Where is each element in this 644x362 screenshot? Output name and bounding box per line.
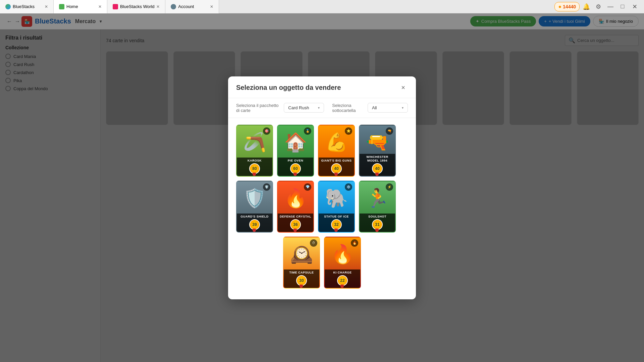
card-soulshot[interactable]: ⚡ 🏃 SOULSHOT 31	[359, 181, 396, 233]
home-tab-close[interactable]: ✕	[98, 4, 102, 9]
bluestacks-tab-close[interactable]: ✕	[45, 4, 48, 9]
card-time-capsule[interactable]: ⏱ 🕰️ TIME CAPSULE 30	[283, 237, 320, 289]
tab-home[interactable]: Home ✕	[54, 0, 107, 13]
pack-filter-select[interactable]: Card Rush ▾	[284, 103, 324, 113]
notification-button[interactable]: 🔔	[581, 1, 592, 12]
ice-name: STATUE OF ICE	[323, 215, 350, 219]
sub-filter-group: Seleziona sottocartella All ▾	[332, 103, 408, 113]
pack-filter-arrow: ▾	[318, 106, 320, 110]
cards-row-2: 🛡️ 🛡️ GUARD'S SHIELD 39 💎 🔥	[236, 181, 408, 233]
sub-filter-label: Seleziona sottocartella	[332, 103, 365, 113]
settings-button[interactable]: ⚙	[593, 1, 604, 12]
modal-body: 🎯 🪃 KAROSK 80 🏅 🏠 P	[228, 118, 416, 299]
card-statue-ice[interactable]: ❄️ 🐘 STATUE OF ICE 32	[318, 181, 355, 233]
minimize-button[interactable]: —	[605, 1, 616, 12]
world-tab-close[interactable]: ✕	[156, 4, 160, 9]
pie-oven-corner-badge: 🏅	[304, 127, 311, 135]
tab-account[interactable]: Account ✕	[165, 0, 219, 13]
card-giants-guns[interactable]: ⭐ 💪 GIANT'S BIG GUNS 40	[318, 125, 355, 177]
card-defense-crystal[interactable]: 💎 🔥 DEFENSE CRYSTAL 36	[277, 181, 314, 233]
winchester-corner-badge: 🔫	[386, 127, 393, 135]
soulshot-corner-badge: ⚡	[386, 183, 393, 191]
sub-filter-select[interactable]: All ▾	[368, 103, 408, 113]
sub-filter-arrow: ▾	[402, 106, 404, 110]
cards-row-1: 🎯 🪃 KAROSK 80 🏅 🏠 P	[236, 125, 408, 177]
bluestacks-tab-label: BlueStacks	[13, 4, 35, 9]
timecap-pin	[300, 285, 304, 289]
winchester-name: WINCHESTER MODEL 1894	[360, 155, 395, 163]
ice-pin	[334, 229, 338, 233]
sub-filter-value: All	[372, 105, 377, 110]
world-tab-icon	[113, 4, 118, 9]
cards-row-3: ⏱ 🕰️ TIME CAPSULE 30 🔥 🔥	[236, 237, 408, 289]
close-window-button[interactable]: ✕	[629, 1, 640, 12]
sell-item-modal: Seleziona un oggetto da vendere × Selezi…	[228, 76, 416, 299]
modal-filters: Seleziona il pacchetto di carte Card Rus…	[228, 98, 416, 118]
modal-header: Seleziona un oggetto da vendere ×	[228, 76, 416, 98]
shield-name: GUARD'S SHIELD	[239, 215, 270, 219]
kicharge-corner-badge: 🔥	[351, 239, 358, 247]
modal-close-button[interactable]: ×	[398, 83, 408, 93]
kicharge-name: KI CHARGE	[332, 271, 353, 275]
kicharge-pin	[340, 285, 344, 289]
crystal-pin	[293, 229, 298, 233]
browser-bar: BlueStacks ✕ Home ✕ BlueStacks World ✕ A…	[0, 0, 644, 13]
giants-name: GIANT'S BIG GUNS	[320, 159, 353, 163]
account-tab-icon	[171, 4, 176, 9]
ice-corner-badge: ❄️	[345, 183, 352, 191]
tab-bluestacks-world[interactable]: BlueStacks World ✕	[107, 0, 165, 13]
home-tab-label: Home	[66, 4, 78, 9]
giants-corner-badge: ⭐	[345, 127, 352, 135]
coins-display: ● 14440	[554, 2, 580, 11]
pack-filter-value: Card Rush	[288, 105, 309, 110]
crystal-name: DEFENSE CRYSTAL	[278, 215, 313, 219]
soulshot-name: SOULSHOT	[367, 215, 388, 219]
pie-oven-pin	[293, 173, 298, 177]
timecap-corner-badge: ⏱	[310, 239, 317, 247]
pie-oven-name: PIE OVEN	[286, 159, 305, 163]
winchester-pin	[375, 173, 379, 177]
karosk-pin	[253, 173, 257, 177]
card-pie-oven[interactable]: 🏅 🏠 PIE OVEN 60	[277, 125, 314, 177]
card-guards-shield[interactable]: 🛡️ 🛡️ GUARD'S SHIELD 39	[236, 181, 273, 233]
maximize-button[interactable]: □	[617, 1, 628, 12]
shield-pin	[253, 229, 257, 233]
card-karosk[interactable]: 🎯 🪃 KAROSK 80	[236, 125, 273, 177]
karosk-corner-badge: 🎯	[263, 127, 270, 135]
account-tab-label: Account	[178, 4, 194, 9]
modal-title: Seleziona un oggetto da vendere	[236, 84, 341, 92]
world-tab-label: BlueStacks World	[120, 4, 154, 9]
soulshot-pin	[375, 229, 379, 233]
giants-pin	[334, 173, 338, 177]
tab-bluestacks[interactable]: BlueStacks ✕	[0, 0, 54, 13]
account-tab-close[interactable]: ✕	[210, 4, 213, 9]
modal-overlay[interactable]: Seleziona un oggetto da vendere × Selezi…	[0, 13, 644, 362]
pack-filter-label: Seleziona il pacchetto di carte	[236, 103, 281, 113]
karosk-name: KAROSK	[246, 159, 263, 163]
timecap-name: TIME CAPSULE	[288, 271, 315, 275]
coins-value: 14440	[563, 4, 576, 9]
bluestacks-tab-icon	[5, 4, 11, 9]
pack-filter-group: Seleziona il pacchetto di carte Card Rus…	[236, 103, 324, 113]
shield-corner-badge: 🛡️	[263, 183, 270, 191]
card-ki-charge[interactable]: 🔥 🔥 KI CHARGE 22	[324, 237, 361, 289]
card-winchester[interactable]: 🔫 🔫 WINCHESTER MODEL 1894 40	[359, 125, 396, 177]
crystal-corner-badge: 💎	[304, 183, 311, 191]
home-tab-icon	[59, 4, 64, 9]
